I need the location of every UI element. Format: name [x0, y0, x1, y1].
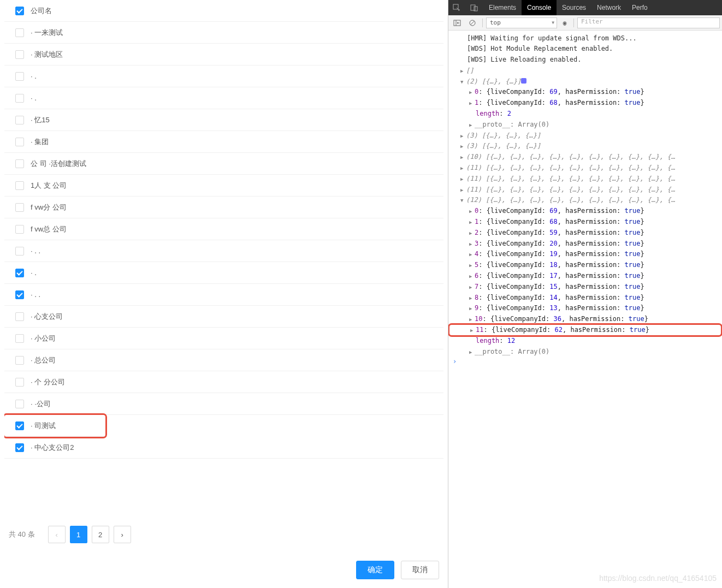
row-checkbox[interactable]	[15, 421, 24, 430]
watermark-text: https://blog.csdn.net/qq_41654105	[599, 574, 717, 583]
console-line: ▶10: {liveCompanyId: 36, hasPermission: …	[448, 314, 722, 325]
console-line: length: 2	[448, 109, 722, 120]
console-line: ▼(12) [{…}, {…}, {…}, {…}, {…}, {…}, {…}…	[448, 195, 722, 206]
row-checkbox[interactable]	[15, 247, 24, 256]
row-checkbox[interactable]	[15, 203, 24, 212]
console-line: [WDS] Live Reloading enabled.	[448, 55, 722, 66]
table-row[interactable]: · 忆15	[4, 109, 443, 131]
table-row[interactable]: f vw总 公司	[4, 218, 443, 240]
context-select[interactable]: top	[486, 17, 557, 28]
ok-button[interactable]: 确定	[356, 561, 394, 579]
svg-rect-1	[471, 5, 475, 10]
page-1-button[interactable]: 1	[70, 526, 87, 543]
row-checkbox[interactable]	[15, 7, 24, 15]
console-line: ▶11: {liveCompanyId: 62, hasPermission: …	[449, 325, 721, 336]
row-checkbox[interactable]	[15, 50, 24, 59]
row-checkbox[interactable]	[15, 138, 24, 146]
company-name-cell: · ·公司	[31, 399, 439, 409]
row-checkbox[interactable]	[15, 225, 24, 234]
table-row[interactable]: · 个 分公司	[4, 371, 443, 393]
row-checkbox[interactable]	[15, 181, 24, 190]
table-row[interactable]: 公司名	[4, 0, 443, 22]
console-line: ▶(11) [{…}, {…}, {…}, {…}, {…}, {…}, {…}…	[448, 163, 722, 174]
company-name-cell: 1人 支 公司	[31, 181, 439, 191]
row-checkbox[interactable]	[15, 72, 24, 81]
clear-console-icon[interactable]	[466, 17, 479, 29]
row-checkbox[interactable]	[15, 334, 24, 343]
console-line: ▶4: {liveCompanyId: 19, hasPermission: t…	[448, 249, 722, 260]
table-row[interactable]: f vw分 公司	[4, 197, 443, 218]
console-line: ▼(2) [{…}, {…}]	[448, 76, 722, 87]
row-checkbox[interactable]	[15, 28, 24, 37]
row-checkbox[interactable]	[15, 290, 24, 299]
company-name-cell: · .	[31, 72, 439, 80]
table-row[interactable]: · 中心支公司2	[4, 437, 443, 459]
total-count-label: 共 40 条	[9, 530, 35, 539]
devtools-tab-console[interactable]: Console	[522, 0, 557, 15]
company-name-cell: · 司测试	[31, 421, 101, 431]
console-line: ▶(3) [{…}, {…}, {…}]	[448, 130, 722, 141]
console-line: ▶1: {liveCompanyId: 68, hasPermission: t…	[448, 98, 722, 109]
cancel-button[interactable]: 取消	[401, 561, 439, 579]
row-checkbox[interactable]	[15, 312, 24, 321]
company-name-cell: · . .	[31, 247, 439, 255]
row-checkbox[interactable]	[15, 116, 24, 124]
table-row[interactable]: 公 司 ·活创建测试	[4, 153, 443, 175]
devtools-tab-network[interactable]: Network	[591, 0, 626, 15]
inspect-icon[interactable]	[448, 1, 465, 15]
row-checkbox[interactable]	[15, 400, 24, 408]
row-checkbox[interactable]	[15, 94, 24, 103]
page-2-button[interactable]: 2	[92, 526, 109, 543]
company-name-cell: · 集团	[31, 137, 439, 147]
company-name-cell: · 小公司	[31, 334, 439, 343]
company-name-cell: · 总公司	[31, 355, 439, 365]
devtools-tabs: ElementsConsoleSourcesNetworkPerfo	[483, 0, 722, 15]
live-expression-icon[interactable]: ◉	[559, 17, 570, 29]
console-line: ▶__proto__: Array(0)	[448, 346, 722, 357]
company-name-cell: · 中心支公司2	[31, 443, 439, 453]
row-checkbox[interactable]	[15, 378, 24, 387]
filter-input[interactable]: Filter	[577, 17, 720, 28]
next-page-button[interactable]: ›	[114, 526, 131, 543]
row-checkbox[interactable]	[15, 159, 24, 168]
table-row[interactable]: · 集团	[4, 131, 443, 153]
console-output[interactable]: [HMR] Waiting for update signal from WDS…	[448, 31, 722, 588]
prev-page-button[interactable]: ‹	[48, 526, 66, 543]
console-line: ▶(11) [{…}, {…}, {…}, {…}, {…}, {…}, {…}…	[448, 184, 722, 195]
table-row[interactable]: · . .	[4, 240, 443, 262]
table-row[interactable]: · 小公司	[4, 328, 443, 349]
table-row[interactable]: · .	[4, 87, 443, 109]
company-name-cell: · 个 分公司	[31, 377, 439, 387]
devtools-tab-elements[interactable]: Elements	[483, 0, 522, 15]
table-row[interactable]: · 测试地区	[4, 44, 443, 66]
devtools-tab-sources[interactable]: Sources	[557, 0, 591, 15]
table-row[interactable]: · .	[4, 262, 443, 284]
table-row[interactable]: · .	[4, 66, 443, 87]
devtools-toolbar: ElementsConsoleSourcesNetworkPerfo	[448, 0, 722, 15]
devtools-tab-perfo[interactable]: Perfo	[626, 0, 653, 15]
table-row[interactable]: · ‌心支公司	[4, 306, 443, 328]
console-line: ▶1: {liveCompanyId: 68, hasPermission: t…	[448, 217, 722, 228]
table-row[interactable]: 1人 支 公司	[4, 175, 443, 197]
console-line: ▶9: {liveCompanyId: 13, hasPermission: t…	[448, 303, 722, 314]
console-line: [WDS] Hot Module Replacement enabled.	[448, 44, 722, 55]
pagination: 共 40 条 ‹ 1 2 ›	[4, 517, 443, 552]
console-line: length: 12	[448, 335, 722, 346]
table-row[interactable]: · 总公司	[4, 349, 443, 371]
row-checkbox[interactable]	[15, 269, 24, 277]
row-checkbox[interactable]	[15, 356, 24, 365]
company-name-cell: 公司名	[31, 6, 439, 16]
company-name-cell: · ‌心支公司	[31, 312, 439, 322]
row-checkbox[interactable]	[15, 443, 24, 452]
table-row[interactable]: · 一来测试	[4, 22, 443, 44]
console-prompt[interactable]: ›	[448, 357, 722, 366]
console-line: ▶__proto__: Array(0)	[448, 119, 722, 130]
company-name-cell: f vw分 公司	[31, 203, 439, 212]
table-row[interactable]: · . .	[4, 284, 443, 306]
devtools-panel: ElementsConsoleSourcesNetworkPerfo top ◉…	[448, 0, 722, 588]
table-row[interactable]: · ·公司	[4, 393, 443, 415]
table-row[interactable]: · 司测试	[4, 415, 105, 437]
console-line: ▶8: {liveCompanyId: 14, hasPermission: t…	[448, 292, 722, 303]
device-mode-icon[interactable]	[466, 1, 482, 15]
sidebar-toggle-icon[interactable]	[451, 17, 464, 29]
